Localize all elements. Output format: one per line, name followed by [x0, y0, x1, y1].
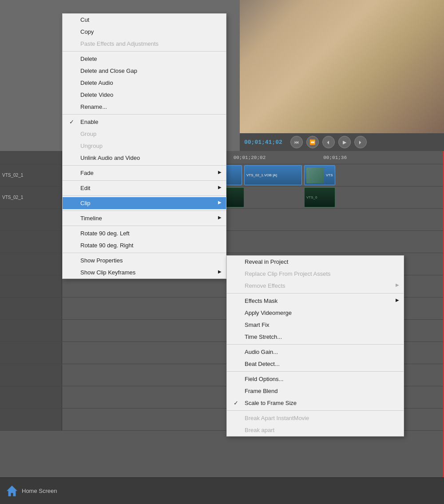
- track-header-9: [0, 342, 62, 364]
- menu-item-paste-effects: Paste Effects and Adjustments: [63, 38, 226, 50]
- transport-bar: 00;01;41;02 ⏮ ⏪ ⏴ ▶ ⏵: [240, 133, 444, 151]
- context-menu-main: Cut Copy Paste Effects and Adjustments D…: [62, 13, 226, 279]
- preview-area: 00;01;41;02 ⏮ ⏪ ⏴ ▶ ⏵: [240, 0, 444, 151]
- submenu-separator-4: [227, 410, 404, 411]
- audio-clip-2[interactable]: VTS_0: [304, 187, 335, 207]
- video-clip-3[interactable]: VTS_02_1.VOB [A]: [244, 165, 302, 185]
- submenu-item-break-apart-instantmovie: Break Apart InstantMovie: [227, 412, 404, 424]
- track-header-12: [0, 409, 62, 430]
- track-header-10: [0, 364, 62, 386]
- play-button[interactable]: ▶: [338, 136, 351, 148]
- track-header-7: [0, 298, 62, 319]
- menu-separator-1: [63, 51, 226, 52]
- submenu-item-frame-blend[interactable]: Frame Blend: [227, 385, 404, 397]
- track-header-11: [0, 386, 62, 408]
- submenu-separator-2: [227, 344, 404, 345]
- menu-separator-3: [63, 165, 226, 166]
- menu-item-rotate-right[interactable]: Rotate 90 deg. Right: [63, 239, 226, 251]
- submenu-item-field-options[interactable]: Field Options...: [227, 373, 404, 385]
- menu-item-timeline[interactable]: Timeline: [63, 212, 226, 224]
- menu-separator-7: [63, 226, 226, 226]
- track-header-2: VTS_02_1: [0, 187, 62, 208]
- track-header-5: [0, 253, 62, 275]
- menu-item-fade[interactable]: Fade: [63, 167, 226, 179]
- track-header-3: [0, 209, 62, 230]
- preview-thumbnail: [240, 0, 444, 133]
- step-forward-button[interactable]: ⏵: [354, 136, 367, 148]
- menu-item-edit[interactable]: Edit: [63, 182, 226, 194]
- menu-item-clip[interactable]: Clip: [63, 197, 226, 209]
- ruler-time-3: 00;01;20;02: [234, 155, 266, 160]
- menu-item-delete-audio[interactable]: Delete Audio: [63, 77, 226, 89]
- track-header-8: [0, 320, 62, 341]
- menu-item-show-properties[interactable]: Show Properties: [63, 254, 226, 266]
- track-header-4: [0, 231, 62, 253]
- submenu-item-audio-gain[interactable]: Audio Gain...: [227, 346, 404, 358]
- menu-separator-6: [63, 210, 226, 211]
- menu-item-show-clip-keyframes[interactable]: Show Clip Keyframes: [63, 266, 226, 278]
- track-label-2: VTS_02_1: [2, 195, 23, 200]
- menu-item-rename[interactable]: Rename...: [63, 101, 226, 113]
- submenu-item-apply-videomerge[interactable]: Apply Videomerge: [227, 307, 404, 319]
- timecode-display: 00;01;41;02: [244, 139, 282, 146]
- submenu-separator-1: [227, 293, 404, 294]
- submenu-item-remove-effects: Remove Effects: [227, 280, 404, 292]
- menu-item-delete[interactable]: Delete: [63, 53, 226, 65]
- rewind-button[interactable]: ⏪: [306, 136, 319, 148]
- home-screen-label[interactable]: Home Screen: [22, 488, 57, 494]
- video-clip-4[interactable]: VTS: [304, 165, 335, 185]
- submenu-item-replace-clip: Replace Clip From Project Assets: [227, 268, 404, 280]
- menu-separator-4: [63, 180, 226, 181]
- clip-label-3: VTS_02_1.VOB [A]: [246, 173, 277, 177]
- track-header-1: VTS_02_1: [0, 164, 62, 186]
- menu-item-cut[interactable]: Cut: [63, 14, 226, 26]
- ruler-left-panel: [0, 151, 62, 164]
- menu-item-ungroup: Ungroup: [63, 140, 226, 152]
- ruler-time-4: 00;01;36: [323, 155, 347, 160]
- menu-item-enable[interactable]: Enable: [63, 116, 226, 128]
- menu-item-delete-close-gap[interactable]: Delete and Close Gap: [63, 65, 226, 77]
- submenu-item-effects-mask[interactable]: Effects Mask: [227, 295, 404, 307]
- submenu-item-break-apart: Break apart: [227, 424, 404, 436]
- clip-label-4: VTS: [326, 173, 333, 177]
- menu-separator-5: [63, 195, 226, 196]
- submenu-item-reveal-project[interactable]: Reveal in Project: [227, 256, 404, 268]
- clip-thumbnail-4: [306, 167, 324, 183]
- submenu-item-scale-to-frame-size[interactable]: Scale to Frame Size: [227, 397, 404, 409]
- context-menu-sub: Reveal in Project Replace Clip From Proj…: [226, 255, 404, 437]
- home-icon: [7, 486, 17, 496]
- menu-item-unlink-audio-video[interactable]: Unlink Audio and Video: [63, 152, 226, 164]
- status-bar: Home Screen: [0, 477, 444, 504]
- submenu-separator-3: [227, 371, 404, 372]
- menu-separator-2: [63, 114, 226, 115]
- menu-item-delete-video[interactable]: Delete Video: [63, 89, 226, 101]
- track-label-1: VTS_02_1: [2, 173, 23, 178]
- menu-item-rotate-left[interactable]: Rotate 90 deg. Left: [63, 227, 226, 239]
- audio-clip-label-2: VTS_0: [306, 195, 317, 199]
- track-header-6: [0, 275, 62, 297]
- submenu-item-time-stretch[interactable]: Time Stretch...: [227, 331, 404, 343]
- menu-separator-8: [63, 253, 226, 253]
- submenu-item-beat-detect[interactable]: Beat Detect...: [227, 358, 404, 370]
- menu-item-group: Group: [63, 128, 226, 140]
- submenu-item-smart-fix[interactable]: Smart Fix: [227, 319, 404, 331]
- skip-to-start-button[interactable]: ⏮: [290, 136, 303, 148]
- step-back-button[interactable]: ⏴: [322, 136, 335, 148]
- menu-item-copy[interactable]: Copy: [63, 26, 226, 38]
